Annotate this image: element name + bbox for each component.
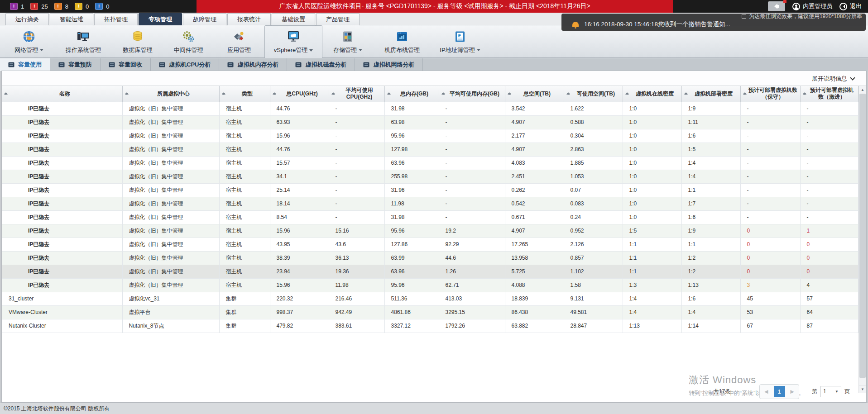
os-icon	[76, 29, 91, 44]
vertical-scrollbar[interactable]: ▲ ▼	[858, 86, 866, 393]
ribbon-item-storage[interactable]: 存储管理	[322, 25, 373, 58]
ribbon-item-os[interactable]: 操作系统管理	[54, 25, 112, 58]
table-cell: 23.94	[270, 265, 329, 278]
nav-tab[interactable]: 专项管理	[139, 13, 182, 25]
column-header[interactable]: 总CPU(GHz)	[270, 86, 329, 102]
nav-tab[interactable]: 故障管理	[183, 13, 226, 25]
subtab-capacity-prevent[interactable]: 容量预防	[50, 58, 101, 71]
table-cell: -	[800, 102, 858, 115]
checkbox-icon[interactable]	[742, 14, 746, 19]
page-select-dropdown[interactable]: 1 ▼	[820, 386, 841, 397]
info-alert-icon[interactable]: !0	[95, 3, 109, 10]
expand-info-toggle[interactable]: 展开说明信息	[812, 71, 854, 86]
column-header[interactable]: 所属虚拟中心	[122, 86, 219, 102]
sort-icon[interactable]	[387, 90, 391, 97]
sort-icon[interactable]	[743, 90, 747, 97]
table-row[interactable]: IP已隐去虚拟化（旧）集中管理宿主机23.9419.3663.961.265.7…	[2, 265, 858, 278]
ribbon-item-cabling[interactable]: 机房布线管理	[373, 25, 431, 58]
column-header[interactable]: 平均可使用 CPU(GHz)	[329, 86, 384, 102]
ribbon-item-label: 网络管理	[14, 46, 38, 54]
row-name-cell: IP已隐去	[2, 238, 122, 251]
ribbon-item-label: 存储管理	[333, 46, 357, 54]
sort-icon[interactable]	[331, 90, 335, 97]
nav-tab[interactable]: 产品管理	[316, 13, 360, 25]
sort-icon[interactable]	[566, 90, 570, 97]
column-header[interactable]: 类型	[219, 86, 270, 102]
current-page-button[interactable]: 1	[774, 386, 785, 397]
table-row[interactable]: IP已隐去虚拟化（旧）集中管理宿主机25.14-31.96-0.2620.071…	[2, 183, 858, 197]
sort-icon[interactable]	[441, 90, 445, 97]
nav-tab[interactable]: 拓扑管理	[94, 13, 138, 25]
table-cell: 4.907	[505, 115, 564, 129]
subtab-capacity-recycle[interactable]: 容量回收	[101, 58, 151, 71]
table-cell: 25.14	[270, 183, 329, 197]
column-header[interactable]: 总空间(TB)	[505, 86, 564, 102]
table-row[interactable]: IP已隐去虚拟化（旧）集中管理宿主机44.76-127.98-4.9072.86…	[2, 143, 858, 156]
table-cell: 虚拟化（旧）集中管理	[122, 156, 219, 170]
sort-icon[interactable]	[625, 90, 629, 97]
column-header[interactable]: 总内存(GB)	[384, 86, 439, 102]
major-alert-icon[interactable]: !25	[30, 3, 48, 10]
table-row[interactable]: IP已隐去虚拟化（旧）集中管理宿主机63.93-63.98-4.9070.588…	[2, 115, 858, 129]
table-cell: 1:1	[681, 183, 740, 197]
table-row[interactable]: IP已隐去虚拟化（旧）集中管理宿主机15.9611.9895.9662.714.…	[2, 278, 858, 292]
sort-icon[interactable]	[508, 90, 511, 97]
next-page-icon[interactable]: ▶	[791, 389, 794, 395]
table-row[interactable]: IP已隐去虚拟化（旧）集中管理宿主机15.9615.1695.9619.24.9…	[2, 224, 858, 238]
table-row[interactable]: Nutanix-ClusterNutanix_8节点集群479.82383.61…	[2, 319, 858, 333]
subtab-vm-network[interactable]: 虚拟机网络分析	[355, 58, 423, 71]
column-header[interactable]: 预计可部署虚拟机数（保守）	[740, 86, 800, 102]
ribbon-item-database[interactable]: 数据库管理	[112, 25, 163, 58]
subtab-vm-memory[interactable]: 虚拟机内存分析	[219, 58, 287, 71]
sort-icon[interactable]	[4, 90, 8, 97]
sort-icon[interactable]	[684, 90, 688, 97]
warning-alert-icon[interactable]: !0	[75, 3, 89, 10]
subtab-vm-disk[interactable]: 虚拟机磁盘分析	[287, 58, 355, 71]
table-row[interactable]: IP已隐去虚拟化（旧）集中管理宿主机8.54-31.98-0.6710.241:…	[2, 210, 858, 224]
column-header[interactable]: 可使用空间(TB)	[564, 86, 623, 102]
ribbon-item-app[interactable]: 应用管理	[214, 25, 264, 58]
network-icon	[22, 29, 36, 44]
column-header[interactable]: 虚拟机在线密度	[623, 86, 681, 102]
critical-alert-icon[interactable]: !1	[10, 3, 24, 10]
sort-icon[interactable]	[125, 90, 129, 97]
table-cell: 63.99	[384, 251, 439, 265]
nav-tab[interactable]: 智能运维	[50, 13, 93, 25]
table-row[interactable]: IP已隐去虚拟化（旧）集中管理宿主机18.14-11.98-0.5420.083…	[2, 197, 858, 210]
minor-alert-icon[interactable]: !8	[54, 3, 68, 10]
sort-icon[interactable]	[803, 90, 806, 97]
table-row[interactable]: VMware-Cluster虚拟平台集群998.37942.494861.863…	[2, 305, 858, 319]
table-row[interactable]: IP已隐去虚拟化（旧）集中管理宿主机44.76-31.98-3.5421.622…	[2, 102, 858, 115]
nav-tab[interactable]: 基础设置	[272, 13, 315, 25]
sound-toggle-button[interactable]	[768, 1, 785, 11]
ribbon-item-network[interactable]: 网络管理	[4, 25, 54, 58]
scrollbar-thumb[interactable]	[859, 94, 866, 378]
table-row[interactable]: IP已隐去虚拟化（旧）集中管理宿主机43.9543.6127.8692.2917…	[2, 238, 858, 251]
prev-page-icon[interactable]: ◀	[764, 389, 768, 395]
ribbon-item-ipbook[interactable]: IPIP地址簿管理	[431, 25, 489, 58]
table-row[interactable]: IP已隐去虚拟化（旧）集中管理宿主机15.96-95.96-2.1770.304…	[2, 129, 858, 143]
logout-button[interactable]: 退出	[839, 2, 862, 10]
column-header[interactable]: 平均可使用内存(GB)	[439, 86, 505, 102]
nav-tab[interactable]: 报表统计	[227, 13, 271, 25]
scroll-up-icon[interactable]: ▲	[859, 86, 866, 93]
table-row[interactable]: IP已隐去虚拟化（旧）集中管理宿主机38.3936.1363.9944.613.…	[2, 251, 858, 265]
table-cell: -	[740, 156, 800, 170]
alert-toast[interactable]: 为达最佳浏览效果，建议使用1920*1080分辨率 16:16 2018-09-…	[561, 14, 866, 31]
subtab-vm-cpu[interactable]: 虚拟机CPU分析	[151, 58, 219, 71]
scroll-down-icon[interactable]: ▼	[859, 385, 866, 393]
ribbon-item-vsphere[interactable]: vSphere管理	[264, 25, 322, 58]
subtab-capacity-usage[interactable]: 容量使用	[0, 58, 50, 71]
column-header[interactable]: 预计可部署虚拟机数（激进）	[800, 86, 858, 102]
sort-icon[interactable]	[222, 90, 225, 97]
table-row[interactable]: IP已隐去虚拟化（旧）集中管理宿主机15.57-63.96-4.0831.885…	[2, 156, 858, 170]
current-user[interactable]: 内置管理员	[792, 2, 832, 10]
table-row[interactable]: IP已隐去虚拟化（旧）集中管理宿主机34.1-255.98-2.4511.053…	[2, 170, 858, 183]
nav-tab[interactable]: 运行摘要	[5, 13, 49, 25]
column-header[interactable]: 虚拟机部署密度	[681, 86, 740, 102]
table-row[interactable]: 31_cluster虚拟化vc_31集群220.32216.46511.3641…	[2, 292, 858, 305]
table-cell: 220.32	[270, 292, 329, 305]
ribbon-item-middleware[interactable]: 中间件管理	[163, 25, 214, 58]
sort-icon[interactable]	[273, 90, 276, 97]
column-header[interactable]: 名称	[2, 86, 122, 102]
